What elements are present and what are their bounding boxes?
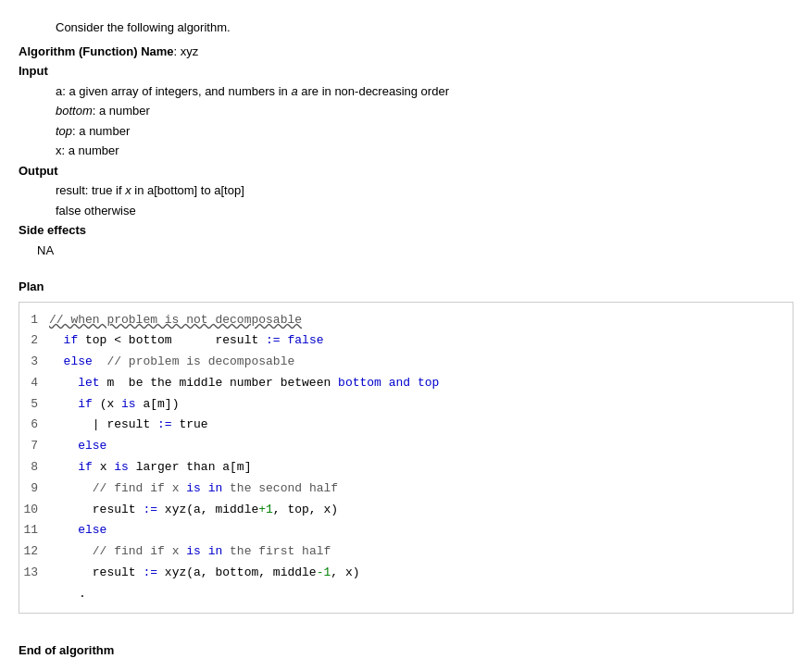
output-rest: in a[bottom] to a[top]	[134, 183, 244, 197]
code-line-12: 12 // find if x is in the first half	[19, 541, 793, 563]
input-a-italic: a	[291, 84, 297, 98]
code-line-8: 8 if x is larger than a[m]	[19, 457, 793, 478]
line-content-11: else	[49, 521, 793, 541]
line-content-6: | result := true	[49, 416, 793, 435]
line-num-6: 6	[19, 416, 49, 435]
kw-if-5: if	[78, 397, 93, 411]
code-line-9: 9 // find if x is in the second half	[19, 478, 793, 500]
input-bottom-italic: bottom	[56, 104, 93, 118]
output-result-line: result: true if x in a[bottom] to a[top]	[19, 181, 793, 200]
line-num-3: 3	[19, 353, 49, 372]
input-label: Input	[19, 62, 793, 81]
algo-name: xyz	[181, 44, 199, 58]
code-line-7: 7 else	[19, 436, 793, 457]
code-line-10: 10 result := xyz(a, middle+1, top, x)	[19, 500, 793, 521]
comment-1: // when problem is not decomposable	[49, 313, 302, 327]
code-line-dot: .	[19, 584, 793, 605]
line-content-5: if (x is a[m])	[49, 395, 793, 415]
input-top-line: top: a number	[19, 122, 793, 141]
code-line-11: 11 else	[19, 520, 793, 541]
algo-label: Algorithm (Function) Name	[19, 44, 174, 58]
line-num-7: 7	[19, 437, 49, 456]
line-content-10: result := xyz(a, middle+1, top, x)	[49, 501, 793, 520]
output-false-line: false otherwise	[19, 202, 793, 220]
code-line-6: 6 | result := true	[19, 415, 793, 436]
comment-3: // problem is decomposable	[106, 354, 294, 368]
code-line-13: 13 result := xyz(a, bottom, middle-1, x)	[19, 563, 793, 584]
kw-let: let	[78, 376, 99, 390]
input-x-text: x: a number	[56, 143, 119, 157]
line-content-2: if top < bottom result := false	[49, 331, 793, 351]
output-result-text: result: true if	[56, 183, 122, 197]
side-effects-label: Side effects	[19, 221, 793, 240]
dot-content: .	[49, 585, 793, 604]
kw-else-11: else	[78, 523, 106, 537]
comment-9: // find if x is in the second half	[93, 481, 338, 495]
kw-if-8: if	[78, 460, 93, 474]
code-line-1: 1 // when problem is not decomposable	[19, 310, 793, 331]
line-num-13: 13	[19, 564, 49, 583]
kw-else-7: else	[78, 439, 106, 453]
footer-section: End of algorithm Let n be top-bottom+1, …	[19, 641, 793, 671]
input-a-text: a: a given array of integers, and number…	[56, 84, 288, 98]
line-content-4: let m be the middle number between botto…	[49, 374, 793, 393]
input-a-rest: are in non-decreasing order	[301, 84, 449, 98]
kw-else-3: else	[64, 354, 93, 368]
line-content-12: // find if x is in the first half	[49, 542, 793, 562]
code-line-4: 4 let m be the middle number between bot…	[19, 373, 793, 394]
line-num-1: 1	[19, 311, 49, 330]
input-x-line: x: a number	[19, 142, 793, 160]
input-bottom-line: bottom: a number	[19, 102, 793, 120]
algorithm-name-line: Algorithm (Function) Name: xyz	[19, 43, 793, 61]
line-content-1: // when problem is not decomposable	[49, 311, 793, 330]
algo-colon: :	[174, 44, 181, 58]
input-a-line: a: a given array of integers, and number…	[19, 82, 793, 101]
input-bottom-rest: : a number	[93, 104, 150, 118]
code-line-5: 5 if (x is a[m])	[19, 394, 793, 416]
output-x: x	[125, 183, 131, 197]
line-num-9: 9	[19, 479, 49, 499]
comment-12: // find if x is in the first half	[93, 544, 331, 558]
output-label: Output	[19, 162, 793, 180]
line-num-5: 5	[19, 395, 49, 415]
line-num-4: 4	[19, 374, 49, 393]
consider-label: Consider the following algorithm.	[56, 20, 231, 34]
line-num-8: 8	[19, 458, 49, 478]
code-block: 1 // when problem is not decomposable 2 …	[19, 302, 793, 614]
kw-if-2: if	[64, 333, 79, 347]
line-content-13: result := xyz(a, bottom, middle-1, x)	[49, 564, 793, 583]
code-line-2: 2 if top < bottom result := false	[19, 330, 793, 352]
line-num-10: 10	[19, 501, 49, 520]
line-num-2: 2	[19, 331, 49, 351]
plan-heading: Plan	[19, 278, 793, 296]
line-num-11: 11	[19, 521, 49, 541]
line-num-12: 12	[19, 542, 49, 562]
consider-text: Consider the following algorithm.	[19, 19, 793, 37]
input-top-rest: : a number	[72, 124, 130, 138]
end-of-algo: End of algorithm	[19, 641, 793, 660]
line-content-3: else // problem is decomposable	[49, 353, 793, 372]
input-top-italic: top	[56, 124, 72, 138]
code-line-3: 3 else // problem is decomposable	[19, 352, 793, 373]
line-content-7: else	[49, 437, 793, 456]
output-false-text: false otherwise	[56, 204, 136, 217]
line-content-9: // find if x is in the second half	[49, 479, 793, 499]
side-effects-value: NA	[19, 242, 793, 260]
line-content-8: if x is larger than a[m]	[49, 458, 793, 478]
